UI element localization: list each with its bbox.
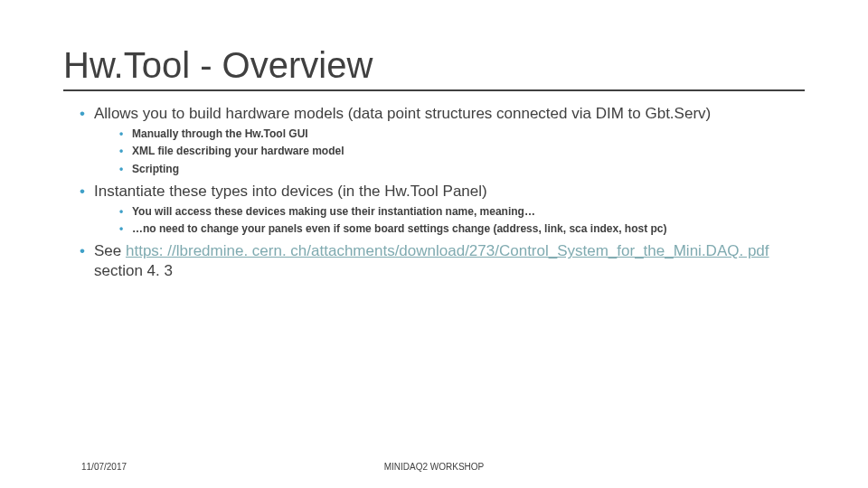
bullet-3-prefix: See: [94, 242, 126, 259]
title-underline: [63, 89, 805, 91]
slide-title: Hw.Tool - Overview: [63, 45, 805, 86]
bullet-2-sub-2: …no need to change your panels even if s…: [119, 221, 805, 236]
slide: Hw.Tool - Overview Allows you to build h…: [0, 0, 868, 488]
bullet-3-suffix: section 4. 3: [94, 262, 173, 279]
bullet-2: Instantiate these types into devices (in…: [80, 182, 805, 237]
bullet-1-sub-1: Manually through the Hw.Tool GUI: [119, 127, 805, 141]
bullet-1-text: Allows you to build hardware models (dat…: [94, 105, 711, 122]
footer: 11/07/2017 MINIDAQ2 WORKSHOP: [0, 454, 868, 472]
bullet-2-text: Instantiate these types into devices (in…: [94, 183, 487, 200]
doc-link[interactable]: https: //lbredmine. cern. ch/attachments…: [126, 242, 769, 259]
bullet-list: Allows you to build hardware models (dat…: [63, 104, 805, 280]
bullet-3: See https: //lbredmine. cern. ch/attachm…: [80, 241, 805, 280]
bullet-1-sub-3: Scripting: [119, 162, 805, 176]
bullet-2-sub-1: You will access these devices making use…: [119, 204, 805, 219]
bullet-2-sublist: You will access these devices making use…: [94, 204, 805, 236]
footer-workshop: MINIDAQ2 WORKSHOP: [0, 462, 868, 472]
bullet-1-sub-2: XML file describing your hardware model: [119, 144, 805, 158]
bullet-1: Allows you to build hardware models (dat…: [80, 104, 805, 176]
bullet-1-sublist: Manually through the Hw.Tool GUI XML fil…: [94, 127, 805, 176]
